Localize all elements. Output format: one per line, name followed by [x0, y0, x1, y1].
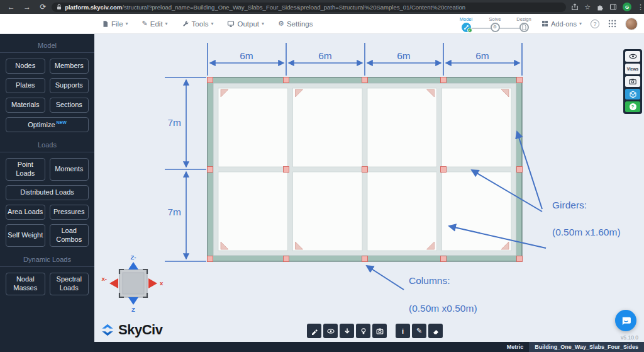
workflow-model-label: Model — [460, 16, 472, 22]
app-menubar: File ▾ ✎ Edit ▾ Tools ▾ Output ▾ — [0, 14, 644, 34]
menu-tools-label: Tools — [192, 20, 209, 28]
download-button[interactable] — [340, 324, 354, 338]
columns-annotation-label: Columns: — [409, 275, 450, 286]
monitor-icon — [227, 20, 235, 28]
eye-icon — [629, 54, 637, 59]
sidebar-button-nodes[interactable]: Nodes — [6, 59, 45, 74]
sidebar-button-load-combos[interactable]: Load Combos — [50, 224, 89, 247]
addons-menu[interactable]: Add-ons ▾ — [541, 20, 582, 28]
chevron-down-icon: ▾ — [262, 21, 264, 26]
side-panel-icon[interactable] — [609, 3, 617, 11]
sidebar-button-plates[interactable]: Plates — [6, 78, 45, 93]
menu-tools[interactable]: Tools ▾ — [182, 20, 214, 28]
snapshot-button[interactable] — [625, 76, 640, 87]
axis-arrow-top — [128, 262, 138, 270]
chevron-down-icon: ▾ — [211, 21, 213, 26]
sidebar-button-supports[interactable]: Supports — [50, 78, 89, 93]
chat-smile-icon — [621, 315, 631, 326]
model-name-label[interactable]: Building_One_Way_Slabs_Four_Sides — [529, 342, 644, 352]
workflow-step-model[interactable]: Model ✓ — [457, 16, 475, 32]
model-viewport[interactable]: 6m 6m 6m 6m 7m 7m Girders: (0 — [94, 34, 644, 342]
sidebar-button-area-loads[interactable]: Area Loads — [6, 205, 45, 220]
gear-icon: ⚙ — [278, 20, 284, 28]
help-icon[interactable]: ? — [591, 20, 599, 28]
menubar-right: Model ✓ Solve ⚙ Design — [457, 16, 638, 32]
chat-widget-button[interactable] — [615, 310, 636, 331]
menu-edit-label: Edit — [150, 20, 163, 28]
browser-actions: ☆ G ⋮ — [571, 3, 644, 11]
lock-icon — [57, 4, 62, 10]
sidebar-button-spectral-loads[interactable]: Spectral Loads — [50, 273, 89, 295]
dim-label-7m-2: 7m — [167, 207, 181, 217]
workflow-step-solve[interactable]: Solve ⚙ — [486, 16, 504, 32]
sidebar-button-self-weight[interactable]: Self Weight — [6, 224, 45, 247]
units-toggle[interactable]: Metric — [501, 342, 530, 352]
screenshot-button[interactable] — [372, 324, 387, 338]
view-control-panel: Views ? — [623, 49, 642, 114]
ideas-button[interactable] — [356, 324, 370, 338]
columns-annotation-size: (0.50m x0.50m) — [409, 303, 477, 314]
camera-icon — [376, 327, 384, 335]
chevron-down-icon: ▾ — [126, 21, 128, 26]
menu-edit[interactable]: ✎ Edit ▾ — [142, 20, 168, 28]
sidebar-button-nodal-masses[interactable]: Nodal Masses — [6, 273, 45, 295]
dim-label-6m-2: 6m — [318, 50, 332, 61]
sidebar-button-optimize[interactable]: OptimizeNEW — [6, 117, 89, 132]
workflow-solve-label: Solve — [489, 16, 501, 22]
share-icon[interactable] — [571, 3, 579, 11]
menu-output[interactable]: Output ▾ — [227, 20, 264, 28]
optimize-label: Optimize — [28, 120, 55, 128]
check-badge-icon: ✓ — [467, 28, 472, 33]
workflow-step-design[interactable]: Design — [515, 16, 533, 32]
erase-button[interactable] — [428, 324, 443, 338]
workflow-stepper: Model ✓ Solve ⚙ Design — [457, 16, 533, 32]
viewport-toolbar: i ✎ — [307, 324, 443, 338]
visibility-button[interactable] — [323, 324, 338, 338]
status-bar: Metric Building_One_Way_Slabs_Four_Sides — [94, 342, 644, 352]
browser-profile-avatar[interactable]: G — [623, 3, 631, 11]
lightbulb-icon — [360, 327, 367, 335]
sidebar-button-moments[interactable]: Moments — [50, 158, 89, 181]
version-label: v5.10.0 — [621, 334, 638, 341]
render-button[interactable] — [307, 324, 321, 338]
girders-annotation-label: Girders: — [552, 200, 587, 210]
url-text: platform.skyciv.com/structural?preload_n… — [65, 4, 465, 11]
address-bar[interactable]: platform.skyciv.com/structural?preload_n… — [52, 3, 566, 12]
sidebar-button-distributed-loads[interactable]: Distributed Loads — [6, 185, 89, 200]
girders-annotation-size: (0.50m x1.60m) — [552, 227, 621, 237]
menu-settings[interactable]: ⚙ Settings — [278, 20, 313, 28]
design-step-icon — [519, 23, 529, 32]
menu-file[interactable]: File ▾ — [102, 20, 128, 28]
info-button[interactable]: i — [396, 324, 410, 338]
dimension-left — [165, 77, 206, 261]
pencil-icon: ✎ — [142, 20, 148, 28]
axis-label-z-neg: Z- — [131, 254, 136, 261]
user-avatar[interactable] — [625, 18, 638, 30]
columns-annotation-arrow — [367, 266, 404, 290]
view-3d-button[interactable] — [625, 89, 640, 99]
sidebar-button-point-loads[interactable]: Point Loads — [6, 158, 45, 181]
sidebar-button-materials[interactable]: Materials — [6, 98, 45, 113]
apps-grid-icon[interactable] — [608, 20, 616, 28]
refresh-icon[interactable]: ⟳ — [38, 3, 48, 11]
app-window: ← → ⟳ platform.skyciv.com/structural?pre… — [0, 0, 644, 352]
extensions-puzzle-icon[interactable] — [596, 3, 604, 11]
visibility-toggle-button[interactable] — [625, 51, 640, 62]
sidebar-button-members[interactable]: Members — [50, 59, 89, 74]
bookmark-star-icon[interactable]: ☆ — [584, 4, 591, 11]
views-button[interactable]: Views — [625, 64, 640, 74]
addons-label: Add-ons — [551, 20, 577, 28]
annotate-button[interactable]: ✎ — [412, 324, 426, 338]
sidebar-button-pressures[interactable]: Pressures — [50, 205, 89, 220]
back-icon[interactable]: ← — [6, 3, 16, 11]
sidebar-button-sections[interactable]: Sections — [50, 98, 89, 113]
menu-output-label: Output — [237, 20, 259, 28]
down-arrow-icon — [343, 327, 351, 335]
forward-icon[interactable]: → — [22, 3, 31, 11]
url-domain: platform.skyciv.com — [65, 4, 122, 11]
help-walkthrough-button[interactable]: ? — [625, 101, 640, 112]
question-circle-icon: ? — [630, 103, 636, 110]
menu-file-label: File — [111, 20, 123, 28]
pencil-icon: ✎ — [416, 327, 422, 335]
browser-menu-icon[interactable]: ⋮ — [637, 4, 644, 11]
